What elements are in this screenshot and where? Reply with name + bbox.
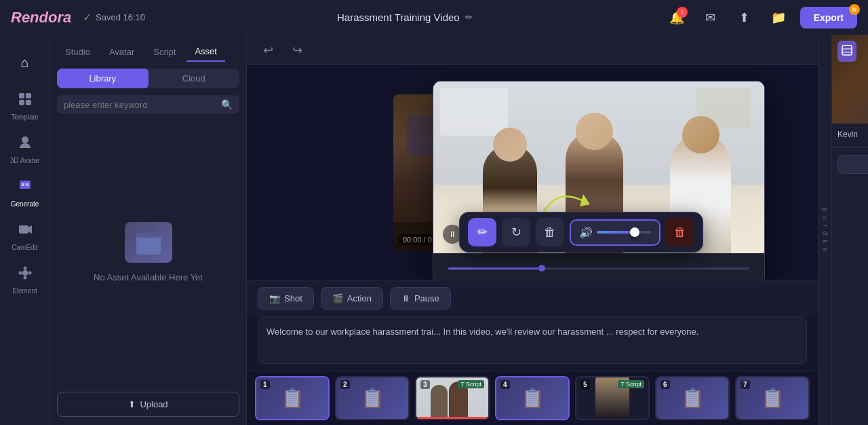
tab-avatar[interactable]: Avatar bbox=[101, 42, 142, 62]
collapse-handle[interactable]: p u r d k e bbox=[818, 35, 831, 425]
cloud-toggle[interactable]: Cloud bbox=[149, 69, 240, 88]
timeline: 📋 1 📋 2 bbox=[247, 371, 818, 425]
volume-slider[interactable] bbox=[597, 231, 651, 234]
svg-rect-3 bbox=[26, 100, 31, 105]
card1-icon: 📋 bbox=[281, 387, 304, 409]
generate-icon bbox=[17, 178, 33, 198]
card3-badge: T Script bbox=[458, 380, 484, 388]
action-button[interactable]: 🎬 Action bbox=[321, 287, 383, 310]
project-title: Harassment Training Video bbox=[337, 12, 460, 23]
toolbar-row: ↩ ↪ bbox=[247, 35, 818, 65]
timeline-card-4[interactable]: 📋 4 bbox=[495, 376, 570, 420]
generate-label: Generate bbox=[11, 200, 39, 208]
timeline-card-5[interactable]: 5 T Script bbox=[575, 376, 650, 420]
edit-title-icon[interactable]: ✏ bbox=[465, 12, 473, 22]
card5-number: 5 bbox=[580, 380, 590, 389]
topbar-center: Harassment Training Video ✏ bbox=[156, 12, 654, 23]
collapse-text: p u r d k e bbox=[821, 208, 829, 253]
folder-button[interactable]: 📁 bbox=[766, 5, 791, 30]
upload-button[interactable]: ⬆ bbox=[732, 5, 757, 30]
export-button[interactable]: Export N bbox=[800, 7, 857, 29]
template-icon bbox=[17, 91, 33, 111]
timeline-card-1[interactable]: 📋 1 bbox=[255, 376, 330, 420]
topbar-right: 🔔 1 ✉ ⬆ 📁 Export N bbox=[665, 5, 857, 30]
panel: Studio Avatar Script Asset Library Cloud… bbox=[50, 35, 247, 425]
logo: Rendora bbox=[11, 9, 72, 26]
left-sidebar: ⌂ Template 3D Avatar bbox=[0, 35, 50, 425]
volume-icon: 🔊 bbox=[579, 226, 593, 239]
rotate-button[interactable]: ↻ bbox=[502, 218, 530, 246]
panel-tabs: Studio Avatar Script Asset bbox=[50, 35, 246, 62]
script-text: Welcome to our workplace harassment trai… bbox=[267, 327, 698, 337]
timeline-card-7[interactable]: 📋 7 bbox=[735, 376, 810, 420]
sidebar-item-generate[interactable]: Generate bbox=[3, 172, 47, 213]
search-bar: 🔍 bbox=[57, 95, 239, 114]
rs-info-row: Kevin › 🔊 bbox=[832, 124, 868, 145]
svg-point-11 bbox=[28, 272, 31, 275]
mail-button[interactable]: ✉ bbox=[698, 5, 723, 30]
home-icon: ⌂ bbox=[20, 55, 28, 71]
svg-rect-5 bbox=[20, 181, 31, 189]
sidebar-item-template[interactable]: Template bbox=[3, 86, 47, 126]
timeline-card-2[interactable]: 📋 2 bbox=[335, 376, 410, 420]
svg-point-9 bbox=[22, 270, 28, 276]
fv-progress-thumb bbox=[538, 265, 545, 272]
trash-button[interactable]: 🗑 bbox=[666, 218, 694, 246]
card2-icon: 📋 bbox=[361, 387, 384, 409]
undo-button[interactable]: ↩ bbox=[258, 40, 279, 60]
svg-point-10 bbox=[18, 272, 22, 275]
fv-progress[interactable] bbox=[448, 267, 749, 270]
search-icon: 🔍 bbox=[221, 99, 233, 110]
script-badge-icon5: T bbox=[620, 381, 625, 388]
upload-icon: ⬆ bbox=[128, 399, 136, 409]
camera-icon: 📷 bbox=[269, 293, 280, 303]
saved-check-icon: ✓ bbox=[83, 11, 92, 24]
avatar3d-label: 3D Avatar bbox=[10, 157, 40, 164]
redo-button[interactable]: ↪ bbox=[287, 40, 308, 60]
timeline-card-3[interactable]: 3 T Script bbox=[415, 376, 490, 420]
pause-button[interactable]: ⏸ Pause bbox=[390, 287, 451, 310]
fv-progress-fill bbox=[448, 267, 538, 270]
notification-button[interactable]: 🔔 1 bbox=[665, 5, 689, 30]
sidebar-item-3davatar[interactable]: 3D Avatar bbox=[3, 129, 47, 170]
action-strip: 📷 Shot 🎬 Action ⏸ Pause bbox=[247, 280, 818, 316]
saved-status: ✓ Saved 16:10 bbox=[83, 11, 145, 24]
card3-progress-bar bbox=[416, 417, 488, 419]
pause-icon: ⏸ bbox=[401, 293, 410, 303]
tab-studio[interactable]: Studio bbox=[57, 42, 98, 62]
sidebar-item-home[interactable]: ⌂ bbox=[3, 42, 47, 83]
card1-number: 1 bbox=[260, 380, 270, 389]
svg-rect-6 bbox=[22, 183, 24, 186]
svg-rect-0 bbox=[19, 93, 24, 98]
library-toggle[interactable]: Library bbox=[57, 69, 149, 88]
element-icon bbox=[17, 265, 33, 284]
sidebar-item-camedit[interactable]: CamEdit bbox=[3, 216, 47, 257]
tab-asset[interactable]: Asset bbox=[186, 42, 225, 62]
edit-mode-button[interactable]: ✏ bbox=[468, 218, 496, 246]
timeline-card-6[interactable]: 📋 6 bbox=[655, 376, 730, 420]
center-area: ↩ ↪ bbox=[247, 35, 818, 425]
card3-number: 3 bbox=[420, 380, 430, 389]
search-input[interactable] bbox=[64, 100, 216, 110]
empty-message: No Asset Available Here Yet bbox=[94, 272, 203, 282]
saved-label: Saved 16:10 bbox=[96, 12, 145, 22]
upload-button[interactable]: ⬆ Upload bbox=[57, 392, 239, 417]
tab-script[interactable]: Script bbox=[145, 42, 184, 62]
svg-rect-7 bbox=[26, 183, 28, 186]
svg-rect-8 bbox=[19, 225, 28, 234]
rs-play-button[interactable]: 🎧 Play bbox=[837, 155, 868, 174]
logo-text: Rendora bbox=[11, 9, 71, 26]
rs-divider bbox=[832, 147, 868, 148]
right-sidebar: ✏ ✏ Kevin › 🔊 🎧 Play bbox=[831, 35, 868, 425]
card7-icon: 📋 bbox=[761, 387, 785, 409]
card6-icon: 📋 bbox=[681, 387, 705, 409]
element-label: Element bbox=[12, 287, 37, 295]
script-badge-icon: T bbox=[460, 381, 465, 388]
card7-number: 7 bbox=[741, 380, 750, 389]
card4-icon: 📋 bbox=[521, 387, 545, 409]
shot-button[interactable]: 📷 Shot bbox=[258, 287, 314, 310]
rs-layers-icon bbox=[837, 41, 856, 62]
library-cloud-toggle: Library Cloud bbox=[57, 69, 239, 88]
sidebar-item-element[interactable]: Element bbox=[3, 259, 47, 300]
delete-element-button[interactable]: 🗑 bbox=[536, 218, 564, 246]
